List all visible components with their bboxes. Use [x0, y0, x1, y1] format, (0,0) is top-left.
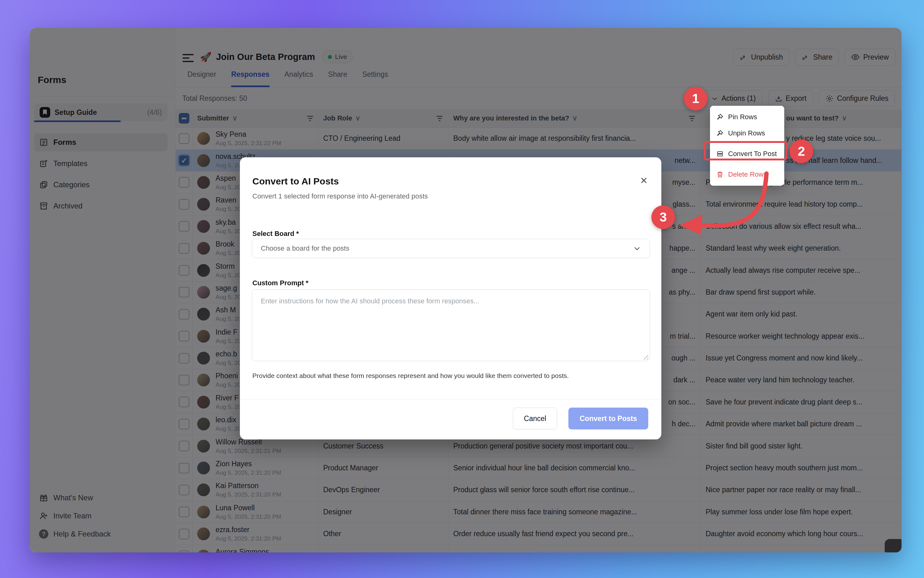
close-icon[interactable]: ✕ — [637, 174, 651, 187]
divider — [240, 399, 661, 399]
annotation-step-2: 2 — [790, 140, 813, 163]
annotation-step-3: 3 — [651, 205, 675, 229]
menu-item-delete-rows[interactable]: Delete Rows — [710, 166, 784, 183]
custom-prompt-input[interactable] — [252, 289, 650, 361]
annotation-step-1: 1 — [684, 87, 707, 110]
select-board-label: Select Board * — [252, 230, 299, 238]
board-select-placeholder: Choose a board for the posts — [261, 244, 633, 252]
menu-item-unpin-rows[interactable]: Unpin Rows — [710, 125, 784, 141]
menu-item-pin-rows[interactable]: Pin Rows — [710, 109, 784, 125]
trash-icon — [716, 171, 724, 178]
annotation-highlight-box — [704, 141, 787, 161]
cancel-button[interactable]: Cancel — [513, 408, 557, 429]
pin-icon — [716, 113, 724, 121]
prompt-helper-text: Provide context about what these form re… — [252, 372, 569, 380]
modal-title: Convert to AI Posts — [252, 176, 339, 187]
convert-to-ai-posts-modal: Convert to AI Posts ✕ Convert 1 selected… — [240, 157, 661, 440]
corner-widget — [885, 539, 901, 552]
custom-prompt-label: Custom Prompt * — [252, 279, 309, 287]
modal-subtitle: Convert 1 selected form response into AI… — [252, 192, 428, 200]
chevron-down-icon — [633, 244, 641, 252]
convert-to-posts-button[interactable]: Convert to Posts — [568, 408, 648, 429]
board-select[interactable]: Choose a board for the posts — [252, 239, 650, 258]
unpin-icon — [716, 130, 724, 137]
